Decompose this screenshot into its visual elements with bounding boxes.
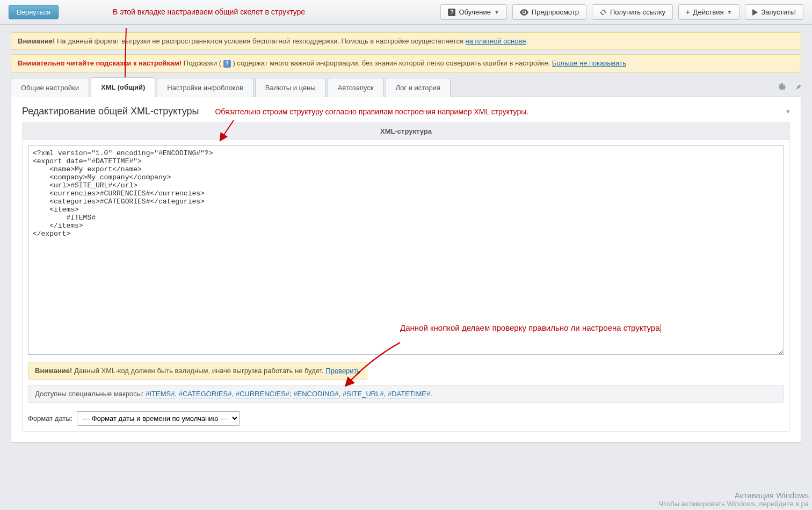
- plus-icon: +: [686, 8, 690, 16]
- alert-read-hints: Внимательно читайте подсказки к настройк…: [11, 54, 801, 72]
- alert-attention-label: Внимание!: [18, 37, 55, 45]
- xml-structure-panel: XML-структура Внимание! Данный XML-код д…: [22, 122, 790, 432]
- pin-icon[interactable]: [794, 83, 801, 92]
- page-title: Редактирование общей XML-структуры: [22, 106, 199, 117]
- preview-button[interactable]: Предпросмотр: [512, 4, 586, 20]
- content-panel: Редактирование общей XML-структуры Обяза…: [11, 97, 801, 443]
- tab-autostart[interactable]: Автозапуск: [328, 78, 384, 97]
- date-format-label: Формат даты:: [28, 414, 73, 422]
- tab-general[interactable]: Общие настройки: [11, 78, 89, 97]
- chevron-down-icon: ▼: [727, 9, 733, 15]
- svg-point-0: [523, 11, 525, 13]
- help-icon: ?: [223, 60, 231, 68]
- actions-button[interactable]: + Действия ▼: [678, 4, 740, 20]
- run-label: Запустить!: [761, 8, 796, 16]
- macros-label: Доступны специальные макросы:: [35, 390, 146, 398]
- alert-attention-text: На данный формат выгрузки не распростран…: [55, 37, 465, 45]
- get-link-button[interactable]: Получить ссылку: [592, 4, 673, 20]
- play-icon: [752, 9, 758, 16]
- tabs-bar: Общие настройки XML (общий) Настройки ин…: [11, 77, 801, 97]
- learn-button[interactable]: ? Обучение ▼: [440, 4, 506, 20]
- annotation-check-note: Данной кнопкой делаем проверку правильно…: [400, 322, 717, 333]
- tab-currencies[interactable]: Валюты и цены: [255, 78, 326, 97]
- paid-basis-link[interactable]: на платной основе: [466, 37, 526, 45]
- question-icon: ?: [448, 9, 455, 16]
- macro-token[interactable]: #ENCODING#: [293, 390, 339, 398]
- annotation-tab-note: В этой вкладке настраиваем общий скелет …: [112, 7, 306, 17]
- back-button[interactable]: Вернуться: [9, 5, 59, 19]
- xml-structure-title: XML-структура: [23, 123, 789, 140]
- macro-token[interactable]: #CURRENCIES#: [236, 390, 289, 398]
- tab-log[interactable]: Лог и история: [386, 78, 451, 97]
- tab-xml[interactable]: XML (общий): [91, 77, 155, 97]
- alert-paid-support: Внимание! На данный формат выгрузки не р…: [11, 32, 801, 50]
- link-icon: [599, 9, 607, 16]
- learn-label: Обучение: [459, 8, 490, 16]
- validate-link[interactable]: Проверить: [325, 367, 360, 375]
- macro-token[interactable]: #CATEGORIES#: [179, 390, 232, 398]
- validate-label: Внимание!: [35, 367, 72, 375]
- get-link-label: Получить ссылку: [610, 8, 665, 16]
- date-format-select[interactable]: --- Формат даты и времени по умолчанию -…: [77, 411, 240, 426]
- macro-token[interactable]: #DATETIME#: [388, 390, 430, 398]
- actions-label: Действия: [693, 8, 724, 16]
- chevron-down-icon: ▼: [494, 9, 499, 15]
- run-button[interactable]: Запустить!: [745, 4, 803, 20]
- date-format-row: Формат даты: --- Формат даты и времени п…: [28, 411, 784, 426]
- validate-text: Данный XML-код должен быть валидным, ина…: [72, 367, 325, 375]
- validate-bar: Внимание! Данный XML-код должен быть вал…: [28, 362, 367, 380]
- collapse-icon[interactable]: ▾: [786, 107, 790, 115]
- hide-hints-link[interactable]: Больше не показывать: [552, 59, 626, 67]
- top-toolbar: Вернуться В этой вкладке настраиваем общ…: [0, 0, 812, 25]
- tab-iblocks[interactable]: Настройки инфоблоков: [157, 78, 253, 97]
- macro-token[interactable]: #SITE_URL#: [343, 390, 384, 398]
- alert-hints-label: Внимательно читайте подсказки к настройк…: [18, 59, 182, 67]
- preview-label: Предпросмотр: [532, 8, 579, 16]
- gear-icon[interactable]: [778, 83, 786, 92]
- macros-bar: Доступны специальные макросы: #ITEMS#, #…: [28, 385, 784, 403]
- eye-icon: [520, 9, 528, 16]
- macro-token[interactable]: #ITEMS#: [146, 390, 175, 398]
- annotation-build-note: Обязательно строим структуру согласно пр…: [215, 107, 528, 116]
